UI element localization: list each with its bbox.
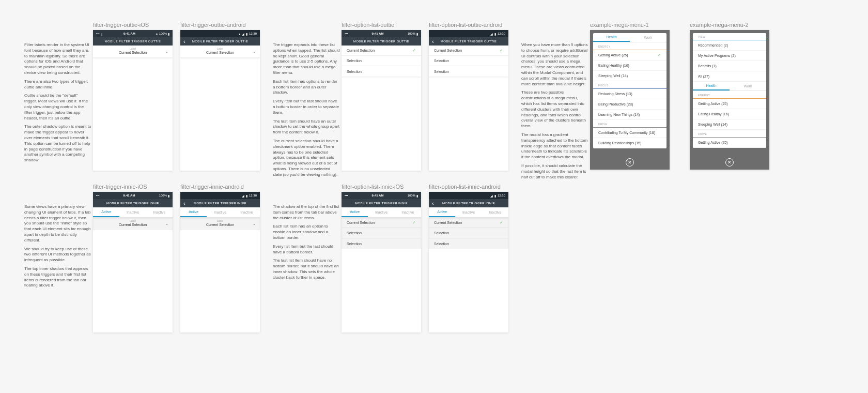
- mega-item[interactable]: Eating Healthy (16): [593, 61, 667, 71]
- list-item[interactable]: Current Selection✓: [342, 218, 421, 228]
- tab[interactable]: Active: [429, 207, 455, 217]
- option-list: Current Selection✓SelectionSelection: [342, 46, 421, 77]
- section-heading: VIEW: [693, 33, 766, 40]
- tab[interactable]: Work: [630, 33, 667, 42]
- section-heading: DRIVE: [693, 130, 766, 138]
- section-heading: FOCUS: [593, 81, 667, 89]
- tab[interactable]: Inactive: [234, 207, 260, 217]
- signal-icon: ▪▪▪: [345, 32, 348, 35]
- filter-trigger[interactable]: LabelCurrent Selection ⌄: [180, 46, 260, 58]
- mega-item[interactable]: Learning New Things (14): [593, 110, 667, 120]
- mega-item[interactable]: Benefits (1): [693, 61, 766, 71]
- frame-label: filter-option-list-innie-iOS: [342, 184, 404, 190]
- section-heading: ENERGY: [593, 42, 667, 50]
- tab[interactable]: Active: [180, 207, 207, 217]
- filter-trigger[interactable]: LabelCurrent Selection ⌄: [180, 218, 260, 230]
- tab[interactable]: Active: [93, 207, 119, 217]
- list-item[interactable]: Selection: [342, 56, 421, 66]
- android-status-bar: ◢▮12:30: [180, 192, 260, 199]
- battery-icon: ▮: [246, 194, 247, 198]
- tab[interactable]: Inactive: [395, 207, 421, 217]
- mega-item[interactable]: Contributing To My Community (18): [593, 128, 667, 138]
- frame-filter-option-list-innie-ios: ▪▪▪ 9:41 AM 100%▮ MOBILE FILTER TRIGGER …: [342, 192, 421, 332]
- list-item[interactable]: Selection: [429, 66, 508, 77]
- tab[interactable]: Inactive: [207, 207, 233, 217]
- frame-label: filter-option-list-outtie-android: [429, 22, 502, 28]
- tab[interactable]: Inactive: [119, 207, 146, 217]
- chevron-icon: ⌄: [253, 222, 256, 226]
- tab-bar: ActiveInactiveInactive: [429, 207, 508, 218]
- mega-item[interactable]: Sleeping Well (14): [593, 71, 667, 81]
- tab-bar: ActiveInactiveInactive: [93, 207, 173, 218]
- android-status-bar: ▾◢▮12:30: [180, 30, 260, 37]
- frame-mega-menu-1: HealthWorkENERGYGetting Active (25)✓Eati…: [590, 30, 670, 170]
- tab[interactable]: Inactive: [482, 207, 508, 217]
- close-icon[interactable]: ✕: [725, 158, 734, 167]
- close-icon[interactable]: ✕: [626, 158, 634, 167]
- ios-status-bar: ▪▪▪ 9:41 AM 100%▮: [342, 192, 421, 199]
- back-icon[interactable]: ‹: [432, 38, 434, 44]
- frame-filter-option-list-outtie: ▪▪▪ 9:41 AM 100%▮ MOBILE FILTER TRIGGER …: [342, 30, 421, 171]
- tab-bar: ActiveInactiveInactive: [342, 207, 421, 218]
- note-innie: Some views have a primary view changing …: [24, 204, 91, 292]
- mega-item[interactable]: Getting Active (25): [693, 99, 766, 109]
- list-item[interactable]: Current Selection✓: [429, 218, 508, 228]
- app-header: ‹MOBILE FILTER TRIGGER OUTTIE: [180, 37, 260, 46]
- mega-item[interactable]: My Active Programs (2): [693, 51, 766, 61]
- list-item[interactable]: Selection: [429, 238, 508, 249]
- app-header: MOBILE FILTER TRIGGER INNIE: [93, 199, 173, 207]
- mega-item[interactable]: Reducing Stress (13): [593, 89, 667, 99]
- signal-icon: ▪▪▪: [96, 194, 99, 197]
- check-icon: ✓: [658, 53, 661, 57]
- frame-label: example-mega-menu-1: [590, 22, 670, 28]
- tab[interactable]: Active: [342, 207, 368, 217]
- mega-item[interactable]: Sleeping Well (14): [693, 119, 766, 130]
- note-option-list: The trigger expands into these list opti…: [273, 42, 340, 181]
- frame-label: filter-trigger-innie-iOS: [93, 184, 147, 190]
- frame-filter-trigger-innie-ios: ▪▪▪ 9:41 AM 100%▮ MOBILE FILTER TRIGGER …: [93, 192, 173, 332]
- back-icon[interactable]: ‹: [183, 38, 185, 44]
- mega-item[interactable]: Getting Active (25): [693, 138, 766, 148]
- frame-label: filter-trigger-outtie-iOS: [93, 22, 149, 28]
- list-item[interactable]: Selection: [342, 238, 421, 249]
- app-header: ‹MOBILE FILTER TRIGGER INNIE: [429, 199, 508, 207]
- back-icon[interactable]: ‹: [432, 200, 434, 206]
- list-item[interactable]: Current Selection✓: [342, 46, 421, 56]
- mega-item[interactable]: All (27): [693, 71, 766, 82]
- list-item[interactable]: Current Selection✓: [429, 46, 508, 56]
- list-item[interactable]: Selection: [342, 66, 421, 77]
- signal-icon: ▪▪▪: [345, 194, 348, 197]
- list-item[interactable]: Selection: [429, 228, 508, 238]
- frame-label: example-mega-menu-2: [690, 22, 769, 28]
- signal-icon: ▪▪▪: [96, 32, 99, 35]
- ios-status-bar: ▪▪▪⋮ 9:41 AM ∗100%▮: [93, 30, 173, 37]
- section-heading: DRIVE: [593, 120, 667, 128]
- app-header: MOBILE FILTER TRIGGER OUTTIE: [342, 37, 421, 46]
- list-item[interactable]: Selection: [429, 56, 508, 66]
- mega-item[interactable]: Being Productive (28): [593, 99, 667, 110]
- mega-item[interactable]: Building Relationships (15): [593, 138, 667, 148]
- filter-trigger[interactable]: LabelCurrent Selection ⌄: [93, 46, 173, 58]
- app-header: ‹MOBILE FILTER TRIGGER INNIE: [180, 199, 260, 207]
- tab[interactable]: Inactive: [146, 207, 173, 217]
- tab[interactable]: Health: [593, 33, 630, 42]
- chevron-icon: ⌄: [165, 50, 168, 54]
- signal-icon: ◢: [242, 32, 244, 36]
- list-item[interactable]: Selection: [342, 228, 421, 238]
- tab[interactable]: Health: [693, 82, 730, 90]
- mega-item[interactable]: Recommended (2): [693, 40, 766, 51]
- tab-bar: ActiveInactiveInactive: [180, 207, 260, 218]
- mega-item[interactable]: Eating Healthy (16): [693, 109, 766, 119]
- filter-trigger[interactable]: LabelCurrent Selection ⌄: [93, 218, 173, 230]
- mega-item[interactable]: Getting Active (25)✓: [593, 50, 667, 61]
- frame-label: filter-option-list-outtie: [342, 22, 394, 28]
- back-icon[interactable]: ‹: [183, 200, 185, 206]
- battery-icon: ▮: [416, 194, 418, 198]
- battery-icon: ▮: [494, 194, 496, 198]
- android-status-bar: ◢▮12:30: [429, 192, 508, 199]
- tab[interactable]: Inactive: [455, 207, 482, 217]
- option-list: Current Selection✓SelectionSelection: [429, 46, 508, 77]
- tab[interactable]: Work: [730, 82, 766, 90]
- check-icon: ✓: [412, 48, 416, 53]
- tab[interactable]: Inactive: [368, 207, 394, 217]
